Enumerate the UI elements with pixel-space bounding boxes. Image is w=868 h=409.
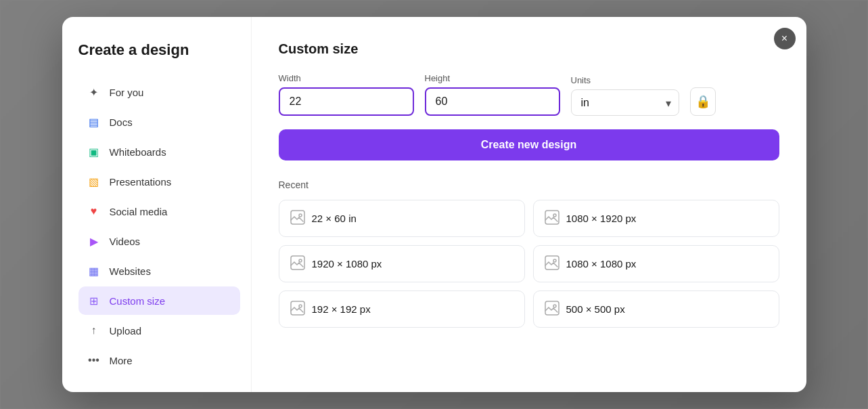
- presentations-label: Presentations: [110, 176, 172, 188]
- height-label: Height: [425, 73, 560, 83]
- units-wrap: px in mm cm: [571, 89, 679, 116]
- more-icon: •••: [87, 353, 101, 368]
- recent-item-icon: [545, 255, 559, 272]
- svg-point-7: [553, 259, 556, 262]
- recent-item-r5[interactable]: 192 × 192 px: [279, 290, 525, 328]
- docs-label: Docs: [110, 116, 133, 128]
- create-design-modal: × Create a design ✦For you▤Docs▣Whiteboa…: [62, 17, 806, 392]
- videos-icon: ▶: [87, 234, 101, 249]
- recent-item-r3[interactable]: 1920 × 1080 px: [279, 245, 525, 282]
- height-input[interactable]: [425, 87, 560, 116]
- sidebar-item-websites[interactable]: ▦Websites: [78, 257, 240, 285]
- social-media-icon: ♥: [87, 204, 101, 219]
- close-button[interactable]: ×: [774, 28, 796, 49]
- sidebar-item-upload[interactable]: ↑Upload: [78, 316, 240, 345]
- recent-grid: 22 × 60 in1080 × 1920 px1920 × 1080 px10…: [279, 200, 779, 328]
- recent-item-label: 1080 × 1920 px: [566, 213, 637, 224]
- sidebar-item-more[interactable]: •••More: [78, 346, 240, 374]
- svg-point-9: [299, 305, 302, 307]
- width-label: Width: [279, 73, 414, 83]
- upload-icon: ↑: [87, 323, 101, 338]
- svg-point-3: [553, 214, 556, 217]
- sidebar-item-docs[interactable]: ▤Docs: [78, 108, 240, 136]
- upload-label: Upload: [110, 325, 142, 337]
- create-new-design-button[interactable]: Create new design: [279, 129, 779, 160]
- recent-item-icon: [545, 301, 559, 318]
- presentations-icon: ▧: [87, 174, 101, 189]
- units-label: Units: [571, 75, 679, 85]
- sidebar: Create a design ✦For you▤Docs▣Whiteboard…: [62, 17, 252, 392]
- recent-item-label: 192 × 192 px: [312, 303, 371, 315]
- modal-title: Create a design: [78, 41, 240, 59]
- modal-backdrop: × Create a design ✦For you▤Docs▣Whiteboa…: [0, 0, 868, 409]
- recent-item-icon: [290, 255, 305, 272]
- videos-label: Videos: [110, 236, 141, 247]
- svg-point-1: [299, 214, 302, 217]
- sidebar-item-social-media[interactable]: ♥Social media: [78, 197, 240, 225]
- recent-item-label: 22 × 60 in: [312, 213, 357, 224]
- websites-icon: ▦: [87, 263, 101, 278]
- svg-point-5: [299, 259, 302, 262]
- recent-item-label: 500 × 500 px: [566, 303, 625, 315]
- lock-button[interactable]: 🔒: [690, 87, 716, 116]
- docs-icon: ▤: [87, 114, 101, 129]
- recent-item-label: 1920 × 1080 px: [312, 258, 382, 270]
- height-group: Height: [425, 73, 560, 116]
- for-you-icon: ✦: [87, 85, 101, 100]
- sidebar-item-presentations[interactable]: ▧Presentations: [78, 167, 240, 196]
- custom-size-label: Custom size: [110, 295, 166, 307]
- whiteboards-icon: ▣: [87, 144, 101, 159]
- recent-item-r4[interactable]: 1080 × 1080 px: [533, 245, 779, 282]
- recent-label: Recent: [279, 179, 779, 190]
- sidebar-item-custom-size[interactable]: ⊞Custom size: [78, 286, 240, 315]
- whiteboards-label: Whiteboards: [110, 146, 166, 158]
- for-you-label: For you: [110, 87, 144, 98]
- websites-label: Websites: [110, 265, 151, 277]
- size-inputs-row: Width Height Units px in mm cm: [279, 73, 779, 116]
- sidebar-item-videos[interactable]: ▶Videos: [78, 227, 240, 255]
- content-area: Custom size Width Height Units px in: [252, 17, 806, 392]
- content-title: Custom size: [279, 41, 779, 57]
- recent-item-icon: [545, 210, 559, 227]
- social-media-label: Social media: [110, 206, 168, 217]
- more-label: More: [110, 355, 133, 366]
- sidebar-item-whiteboards[interactable]: ▣Whiteboards: [78, 137, 240, 166]
- recent-item-icon: [290, 301, 305, 318]
- sidebar-item-for-you[interactable]: ✦For you: [78, 78, 240, 106]
- units-group: Units px in mm cm: [571, 75, 679, 116]
- recent-item-r6[interactable]: 500 × 500 px: [533, 290, 779, 328]
- recent-item-label: 1080 × 1080 px: [566, 258, 637, 270]
- units-select[interactable]: px in mm cm: [571, 89, 679, 116]
- width-input[interactable]: [279, 87, 414, 116]
- recent-item-r2[interactable]: 1080 × 1920 px: [533, 200, 779, 237]
- width-group: Width: [279, 73, 414, 116]
- recent-item-r1[interactable]: 22 × 60 in: [279, 200, 525, 237]
- recent-item-icon: [290, 210, 305, 227]
- svg-point-11: [553, 305, 556, 307]
- custom-size-icon: ⊞: [87, 293, 101, 308]
- nav-menu: ✦For you▤Docs▣Whiteboards▧Presentations♥…: [78, 78, 240, 374]
